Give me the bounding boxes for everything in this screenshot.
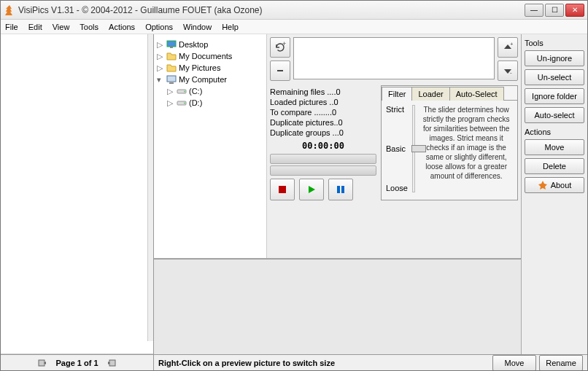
stat-remaining: Remaining files ....0 <box>270 87 376 97</box>
menu-help[interactable]: Help <box>222 23 239 31</box>
progress-bar-1 <box>270 154 376 164</box>
move-button[interactable]: Move <box>525 139 584 155</box>
svg-rect-1 <box>170 47 173 48</box>
strictness-slider[interactable] <box>412 105 415 192</box>
stats-panel: Remaining files ....0 Loaded pictures ..… <box>270 85 376 139</box>
window-title: VisiPics V1.31 - © 2004-2012 - Guillaume… <box>18 5 525 15</box>
elapsed-time: 00:00:00 <box>270 139 376 152</box>
next-page-icon[interactable] <box>106 358 116 368</box>
stat-dupgroups: Duplicate groups ...0 <box>270 128 376 138</box>
svg-point-5 <box>184 91 185 93</box>
about-button[interactable]: About <box>525 177 584 193</box>
svg-text:+: + <box>510 42 513 47</box>
maximize-button[interactable]: ☐ <box>545 4 564 17</box>
settings-tabs: Filter Loader Auto-Select Strict Basic L… <box>381 85 518 200</box>
unselect-button[interactable]: Un-select <box>525 69 584 85</box>
play-button[interactable] <box>299 179 324 200</box>
add-folder-button[interactable]: + <box>270 37 290 58</box>
svg-rect-15 <box>109 360 115 366</box>
slider-label-loose: Loose <box>386 184 408 192</box>
svg-rect-12 <box>337 186 340 193</box>
progress-bar-2 <box>270 165 376 176</box>
tree-mypics[interactable]: My Pictures <box>179 63 220 72</box>
folder-icon <box>166 51 177 61</box>
svg-point-7 <box>184 103 185 104</box>
remove-folder-button[interactable] <box>270 60 290 81</box>
status-hint: Right-Click on a preview picture to swit… <box>154 359 492 367</box>
expand-icon[interactable]: ▷ <box>157 52 164 61</box>
expand-icon[interactable]: ▷ <box>157 40 164 50</box>
svg-text:-: - <box>510 69 512 76</box>
page-indicator: Page 1 of 1 <box>55 359 98 367</box>
results-pane <box>1 34 154 354</box>
stat-duppics: Duplicate pictures..0 <box>270 117 376 128</box>
expand-icon[interactable]: ▷ <box>157 63 164 73</box>
expand-icon[interactable]: ▷ <box>167 98 174 108</box>
menu-edit[interactable]: Edit <box>28 23 42 31</box>
slider-label-basic: Basic <box>386 144 408 153</box>
stop-button[interactable] <box>270 179 295 200</box>
menu-options[interactable]: Options <box>145 23 173 31</box>
footer-move-button[interactable]: Move <box>492 355 536 371</box>
tools-label: Tools <box>525 39 584 47</box>
preview-area[interactable] <box>154 259 521 354</box>
tree-mydocs[interactable]: My Documents <box>179 52 232 60</box>
tree-mycomp[interactable]: My Computer <box>179 75 227 84</box>
slider-label-strict: Strict <box>386 105 408 114</box>
tab-loader[interactable]: Loader <box>411 87 449 101</box>
stat-compare: To compare ........0 <box>270 107 376 117</box>
desktop-icon <box>166 39 177 50</box>
svg-rect-13 <box>341 186 344 193</box>
svg-rect-0 <box>167 41 176 47</box>
drive-icon <box>177 98 187 108</box>
folder-icon <box>166 63 177 73</box>
svg-text:+: + <box>282 42 286 47</box>
folder-tree[interactable]: ▷Desktop ▷My Documents ▷My Pictures ▾My … <box>154 34 267 258</box>
pause-button[interactable] <box>328 179 353 200</box>
menu-window[interactable]: Window <box>183 23 212 31</box>
tree-desktop[interactable]: Desktop <box>179 40 208 49</box>
tree-drive-d[interactable]: (D:) <box>189 98 202 107</box>
titlebar: VisiPics V1.31 - © 2004-2012 - Guillaume… <box>1 1 587 20</box>
menubar: File Edit View Tools Actions Options Win… <box>1 20 587 34</box>
move-down-button[interactable]: - <box>498 60 518 81</box>
svg-rect-14 <box>39 360 45 366</box>
drive-icon <box>177 86 187 96</box>
tree-drive-c[interactable]: (C:) <box>189 87 202 95</box>
tab-filter[interactable]: Filter <box>382 87 412 101</box>
svg-rect-3 <box>169 82 174 84</box>
menu-tools[interactable]: Tools <box>80 23 98 31</box>
collapse-icon[interactable]: ▾ <box>157 75 164 85</box>
svg-rect-11 <box>279 186 286 193</box>
scrollbar[interactable] <box>147 34 153 341</box>
actions-label: Actions <box>525 128 584 136</box>
prev-page-icon[interactable] <box>38 358 48 368</box>
svg-rect-2 <box>167 76 176 82</box>
autoselect-button[interactable]: Auto-select <box>525 107 584 123</box>
folder-list[interactable] <box>293 37 495 79</box>
slider-thumb[interactable] <box>411 145 426 152</box>
app-icon <box>4 4 15 16</box>
menu-actions[interactable]: Actions <box>109 23 135 31</box>
menu-file[interactable]: File <box>5 23 18 31</box>
expand-icon[interactable]: ▷ <box>167 87 174 96</box>
slider-help-text: The slider determines how strictly the p… <box>419 105 513 195</box>
fox-icon <box>538 180 548 190</box>
unignore-button[interactable]: Un-ignore <box>525 50 584 66</box>
delete-button[interactable]: Delete <box>525 158 584 174</box>
side-toolbar: Tools Un-ignore Un-select Ignore folder … <box>522 34 587 354</box>
stat-loaded: Loaded pictures ..0 <box>270 97 376 107</box>
computer-icon <box>166 74 177 85</box>
menu-view[interactable]: View <box>53 23 70 31</box>
footer-rename-button[interactable]: Rename <box>539 355 583 371</box>
statusbar: Page 1 of 1 Right-Click on a preview pic… <box>1 354 587 370</box>
close-button[interactable]: ✕ <box>565 4 584 17</box>
tab-autoselect[interactable]: Auto-Select <box>449 87 504 101</box>
move-up-button[interactable]: + <box>498 37 518 58</box>
minimize-button[interactable]: — <box>525 4 543 17</box>
ignore-folder-button[interactable]: Ignore folder <box>525 88 584 104</box>
